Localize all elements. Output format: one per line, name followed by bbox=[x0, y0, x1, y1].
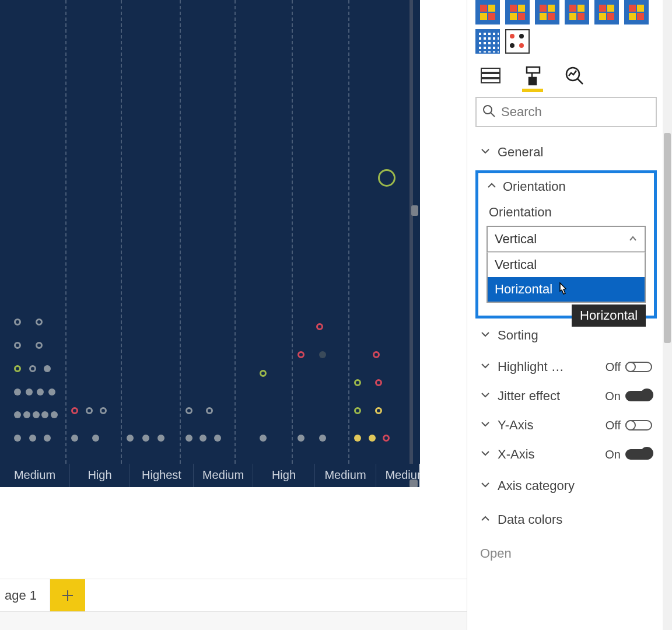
data-point[interactable] bbox=[375, 379, 382, 386]
report-canvas[interactable]: MediumHighHighestMediumHighMediumMedium … bbox=[0, 0, 467, 630]
data-point[interactable] bbox=[14, 318, 21, 326]
data-point[interactable] bbox=[298, 435, 304, 442]
search-input[interactable] bbox=[501, 104, 650, 120]
section-orientation-header[interactable]: Orientation bbox=[487, 179, 646, 194]
custom-visual-icon[interactable] bbox=[535, 0, 559, 24]
section-xaxis[interactable]: X-Axis On bbox=[475, 440, 657, 469]
data-point[interactable] bbox=[127, 435, 134, 442]
data-point[interactable] bbox=[14, 435, 21, 442]
data-point[interactable] bbox=[316, 323, 323, 330]
highlight-toggle[interactable]: Off bbox=[606, 360, 652, 374]
data-point[interactable] bbox=[51, 411, 58, 418]
data-point[interactable] bbox=[373, 351, 380, 358]
data-point[interactable] bbox=[71, 407, 78, 414]
data-point[interactable] bbox=[354, 379, 361, 386]
data-point[interactable] bbox=[214, 435, 221, 442]
data-point[interactable] bbox=[71, 435, 78, 442]
chart-visual[interactable]: MediumHighHighestMediumHighMediumMedium bbox=[0, 0, 420, 487]
section-data-colors[interactable]: Data colors bbox=[475, 503, 657, 537]
format-tab-icon[interactable] bbox=[521, 64, 544, 88]
page-tab-active[interactable]: age 1 bbox=[0, 579, 50, 612]
data-point[interactable] bbox=[354, 435, 361, 442]
data-point[interactable] bbox=[86, 407, 93, 414]
section-yaxis[interactable]: Y-Axis Off bbox=[475, 411, 657, 440]
axis-category-label: Medium bbox=[315, 464, 376, 487]
section-general[interactable]: General bbox=[475, 135, 657, 169]
custom-visual-icon[interactable] bbox=[475, 0, 500, 24]
data-point[interactable] bbox=[200, 435, 206, 442]
data-point[interactable] bbox=[37, 388, 44, 396]
data-point[interactable] bbox=[186, 435, 192, 442]
data-point[interactable] bbox=[260, 370, 267, 377]
data-point[interactable] bbox=[48, 388, 55, 396]
data-point[interactable] bbox=[206, 407, 213, 414]
data-point[interactable] bbox=[26, 388, 33, 396]
data-point[interactable] bbox=[100, 407, 107, 414]
data-point[interactable] bbox=[14, 411, 21, 418]
section-label: Highlight … bbox=[498, 359, 598, 374]
data-point[interactable] bbox=[41, 411, 48, 418]
data-point[interactable] bbox=[33, 411, 40, 418]
custom-visual-icon[interactable] bbox=[565, 0, 589, 24]
data-point[interactable] bbox=[44, 435, 51, 442]
data-point[interactable] bbox=[298, 351, 304, 358]
axis-category-label: High bbox=[70, 464, 130, 487]
custom-visual-icon[interactable] bbox=[505, 0, 530, 24]
data-point[interactable] bbox=[36, 318, 43, 326]
data-point[interactable] bbox=[14, 365, 21, 372]
chart-hscroll-thumb[interactable] bbox=[410, 480, 418, 487]
orientation-selected-value: Vertical bbox=[495, 232, 537, 247]
data-point[interactable] bbox=[14, 342, 21, 349]
data-point[interactable] bbox=[14, 388, 21, 396]
data-point[interactable] bbox=[158, 435, 164, 442]
search-icon bbox=[482, 104, 495, 120]
custom-visual-icon-dots[interactable] bbox=[505, 29, 530, 54]
axis-category-label: High bbox=[253, 464, 315, 487]
chart-vertical-scrollbar[interactable] bbox=[410, 0, 413, 464]
section-jitter[interactable]: Jitter effect On bbox=[475, 382, 657, 411]
data-point[interactable] bbox=[23, 411, 30, 418]
section-axis-category[interactable]: Axis category bbox=[475, 469, 657, 503]
data-point[interactable] bbox=[36, 342, 43, 349]
data-point[interactable] bbox=[44, 365, 51, 372]
toggle-state-label: On bbox=[605, 448, 621, 461]
xaxis-toggle[interactable]: On bbox=[605, 448, 652, 461]
toggle-state-label: Off bbox=[606, 419, 621, 432]
chevron-down-icon bbox=[480, 328, 491, 343]
add-page-button[interactable] bbox=[50, 579, 85, 612]
orientation-option-vertical[interactable]: Vertical bbox=[488, 253, 645, 277]
custom-visual-icon[interactable] bbox=[594, 0, 619, 24]
data-point[interactable] bbox=[369, 435, 376, 442]
jitter-toggle[interactable]: On bbox=[605, 390, 652, 403]
data-point[interactable] bbox=[383, 435, 390, 442]
section-label: Open bbox=[480, 546, 512, 561]
section-label: Y-Axis bbox=[498, 418, 598, 433]
data-point[interactable] bbox=[354, 407, 361, 414]
panel-scroll-thumb[interactable] bbox=[664, 133, 671, 343]
custom-visual-icon-matrix[interactable] bbox=[475, 29, 500, 54]
data-point[interactable] bbox=[186, 407, 192, 414]
data-point[interactable] bbox=[29, 365, 36, 372]
data-point[interactable] bbox=[378, 169, 396, 187]
format-search[interactable] bbox=[475, 97, 657, 127]
orientation-option-horizontal[interactable]: Horizontal bbox=[488, 277, 645, 302]
section-highlight[interactable]: Highlight … Off bbox=[475, 352, 657, 382]
yaxis-toggle[interactable]: Off bbox=[606, 419, 652, 432]
custom-visual-icon[interactable] bbox=[624, 0, 649, 24]
data-point[interactable] bbox=[319, 435, 326, 442]
data-point[interactable] bbox=[260, 435, 267, 442]
fields-tab-icon[interactable] bbox=[479, 64, 502, 88]
chart-scroll-thumb[interactable] bbox=[411, 205, 418, 216]
panel-scrollbar[interactable] bbox=[663, 0, 672, 630]
data-point[interactable] bbox=[142, 435, 149, 442]
section-open[interactable]: Open bbox=[475, 537, 657, 570]
section-label: Orientation bbox=[503, 179, 566, 194]
data-point[interactable] bbox=[29, 435, 36, 442]
orientation-dropdown: Vertical Horizontal bbox=[487, 252, 646, 303]
analytics-tab-icon[interactable] bbox=[563, 64, 586, 88]
data-point[interactable] bbox=[375, 407, 382, 414]
data-point[interactable] bbox=[92, 435, 99, 442]
orientation-select[interactable]: Vertical bbox=[487, 226, 646, 253]
data-point[interactable] bbox=[319, 351, 326, 358]
orientation-field-label: Orientation bbox=[489, 205, 643, 220]
